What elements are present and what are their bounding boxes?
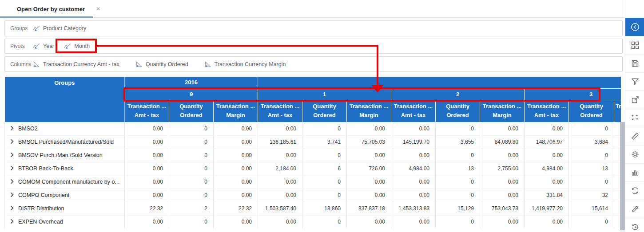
tab-close-icon[interactable]: ✕: [96, 6, 100, 12]
group-row-label[interactable]: EXPEN Overhead: [5, 215, 125, 228]
table-row: BMSOV Purch./Man./Sold Version0.0000.000…: [5, 149, 621, 162]
group-row-label[interactable]: BMSO2: [5, 122, 125, 135]
cell-value: 0.00: [480, 215, 525, 228]
measure-column-header-truncated[interactable]: Tra: [614, 100, 621, 122]
share-export-button[interactable]: [625, 90, 644, 109]
refresh-button[interactable]: [625, 181, 644, 200]
measure-column-header[interactable]: Transaction ...Margin: [214, 100, 258, 122]
measure-column-header[interactable]: Transaction ...Margin: [347, 100, 391, 122]
group-row-label[interactable]: DISTR Distribution: [5, 202, 125, 215]
pivot-table: Groups 2016 9 1 2 3 Transaction ...Amt -…: [4, 77, 621, 228]
ruler-icon: [631, 132, 640, 141]
cell-value: 4,984.00: [391, 162, 436, 175]
measure-column-header[interactable]: QuantityOrdered: [569, 100, 614, 122]
cell-value: 0.00: [125, 175, 169, 189]
pivots-label: Pivots: [5, 43, 33, 49]
group-row-label[interactable]: COMOM Component manufacture by o...: [5, 175, 125, 189]
cell-value: 0: [169, 189, 214, 202]
measure-column-header[interactable]: Transaction ...Amt - tax: [258, 100, 302, 122]
measure-column-header[interactable]: Transaction ...Margin: [480, 100, 525, 122]
expand-chevron-icon[interactable]: [10, 219, 14, 224]
dimension-icon: [64, 43, 71, 50]
cell-value: 0.00: [347, 175, 391, 189]
cell-value: 0.00: [347, 122, 391, 135]
cell-value: 0.00: [258, 189, 302, 202]
ruler-button[interactable]: [625, 127, 644, 145]
month-header-3[interactable]: 3: [525, 88, 621, 100]
eyedropper-button[interactable]: [625, 200, 644, 218]
expand-chevron-icon[interactable]: [10, 126, 14, 131]
layout-grid-button[interactable]: [625, 36, 644, 54]
measure-column-header[interactable]: Transaction ...Amt - tax: [391, 100, 436, 122]
measure-column-header[interactable]: Transaction ...Amt - tax: [125, 100, 169, 122]
year-header-2016[interactable]: 2016: [125, 77, 258, 88]
cell-value: 0.00: [125, 122, 169, 135]
cell-value: 0: [436, 122, 480, 135]
save-button[interactable]: [625, 54, 644, 72]
chart-button[interactable]: [625, 163, 644, 181]
group-row-label[interactable]: BTBOR Back-To-Back: [5, 162, 125, 175]
cell-value: 0: [436, 189, 480, 202]
expand-chevron-icon[interactable]: [10, 179, 14, 184]
table-row: COMPO Component0.0000.000.0000.000.0000.…: [5, 189, 621, 202]
cell-value: 0.00: [214, 215, 258, 228]
cell-value: 0.00: [258, 175, 302, 189]
expand-chevron-icon[interactable]: [10, 152, 14, 157]
measure-column-header[interactable]: QuantityOrdered: [436, 100, 480, 122]
cell-value: 4,984.00: [525, 162, 569, 175]
cell-value: 136,185.61: [258, 135, 302, 149]
gear-icon: [631, 150, 640, 159]
cell-value: 753,043.73: [480, 202, 525, 215]
month-header-1[interactable]: 1: [258, 88, 391, 100]
chip-quantity-ordered[interactable]: Quantity Ordered: [135, 61, 188, 68]
expand-chevron-icon[interactable]: [10, 139, 14, 144]
app-root: Open Order by customer ✕ Groups Product …: [0, 0, 644, 232]
group-row-label[interactable]: BMSOL Purchased/Manufactured/Sold: [5, 135, 125, 149]
measure-column-header[interactable]: QuantityOrdered: [302, 100, 347, 122]
table-row: DISTR Distribution22.32222.321,503,587.4…: [5, 202, 621, 215]
expand-chevron-icon[interactable]: [10, 165, 14, 171]
expand-chevron-icon[interactable]: [10, 192, 14, 197]
cell-value: 0: [169, 135, 214, 149]
cell-value: 0.00: [480, 122, 525, 135]
measure-column-header[interactable]: Transaction ...Amt - tax: [525, 100, 569, 122]
refresh-icon: [631, 186, 640, 195]
chip-transaction-amt-tax[interactable]: Transaction Currency Amt - tax: [33, 61, 119, 68]
tab-open-order[interactable]: Open Order by customer ✕: [0, 0, 93, 18]
month-header-9[interactable]: 9: [125, 88, 258, 100]
measure-column-header[interactable]: QuantityOrdered: [169, 100, 214, 122]
chip-month[interactable]: Month: [64, 43, 90, 50]
right-toolbar: [625, 0, 644, 232]
cell-value: 0.00: [480, 189, 525, 202]
layout-grid-icon: [631, 41, 640, 50]
group-row-label[interactable]: BMSOV Purch./Man./Sold Version: [5, 149, 125, 162]
cell-value: 0.00: [125, 135, 169, 149]
cell-value: 0.00: [214, 189, 258, 202]
year-header-next[interactable]: [258, 77, 621, 88]
cell-value: 0: [569, 149, 614, 162]
groups-column-header[interactable]: Groups: [5, 77, 125, 122]
filter-button[interactable]: [625, 72, 644, 90]
cell-value: 1,419,977.20: [525, 202, 569, 215]
expand-chevron-icon[interactable]: [10, 205, 14, 211]
cell-value: 0: [302, 189, 347, 202]
cell-value: 18,860: [302, 202, 347, 215]
cell-value: 0.00: [391, 122, 436, 135]
cell-value: 0: [302, 149, 347, 162]
group-row-label[interactable]: COMPO Component: [5, 189, 125, 202]
settings-button[interactable]: [625, 145, 644, 163]
vertical-scrollbar[interactable]: [620, 122, 625, 232]
history-button[interactable]: [625, 218, 644, 232]
cell-value: 0.00: [525, 149, 569, 162]
scrollbar-thumb[interactable]: [620, 122, 625, 230]
collapse-panel-button[interactable]: [625, 18, 644, 36]
dimension-icon: [33, 25, 40, 32]
month-header-2[interactable]: 2: [391, 88, 525, 100]
cell-value: 2,184.00: [258, 162, 302, 175]
chip-year[interactable]: Year: [33, 43, 54, 50]
cell-value: 726.00: [347, 162, 391, 175]
calculator-button[interactable]: [625, 109, 644, 127]
chip-product-category[interactable]: Product Category: [33, 25, 86, 32]
chip-transaction-margin[interactable]: Transaction Currency Margin: [204, 61, 286, 68]
cell-value: 2: [169, 202, 214, 215]
